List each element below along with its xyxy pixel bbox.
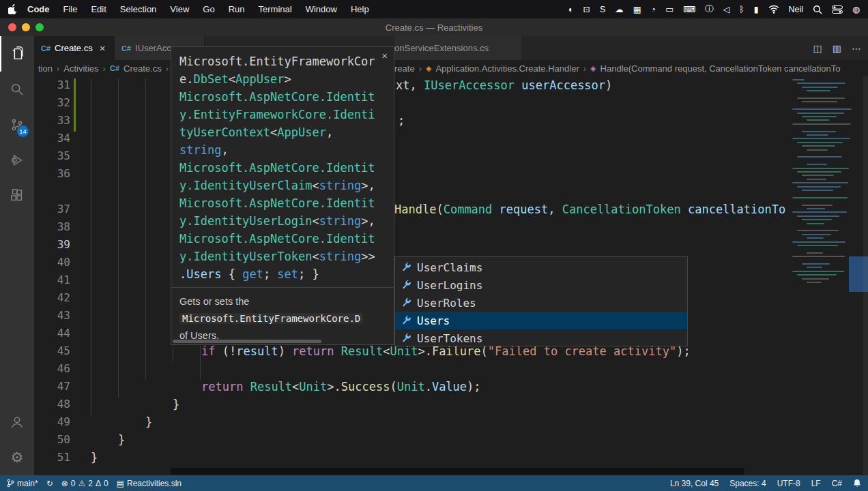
breadcrumb-segment[interactable]: Activities bbox=[63, 63, 98, 74]
display-icon[interactable]: ▭ bbox=[665, 4, 674, 14]
code-line-49[interactable]: } bbox=[145, 415, 152, 433]
minimap-line bbox=[807, 237, 824, 239]
apple-icon[interactable] bbox=[8, 4, 17, 14]
run-debug-icon[interactable] bbox=[0, 143, 34, 178]
minimap-line bbox=[807, 252, 823, 254]
branch-name: main* bbox=[17, 479, 38, 488]
solution-status[interactable]: ▤ Reactivities.sln bbox=[117, 479, 182, 488]
branch-status[interactable]: main* bbox=[7, 479, 38, 488]
breadcrumb-segment[interactable]: tion bbox=[38, 63, 53, 74]
battery-icon[interactable]: ▮ bbox=[754, 4, 759, 14]
sync-button[interactable]: ↻ bbox=[46, 479, 53, 488]
indentation[interactable]: Spaces: 4 bbox=[729, 479, 766, 488]
tab-bar: C# Create.cs × C# IUserAcc onServiceExte… bbox=[34, 36, 868, 60]
menu-run[interactable]: Run bbox=[222, 4, 251, 14]
warning-count: 2 bbox=[88, 479, 93, 488]
zoom-window-button[interactable] bbox=[35, 23, 44, 31]
tab-create-cs[interactable]: C# Create.cs × bbox=[34, 36, 115, 60]
appearance-icon[interactable]: ◐ bbox=[568, 5, 574, 14]
menu-selection[interactable]: Selection bbox=[114, 4, 162, 14]
keyboard-icon[interactable]: ⌨ bbox=[683, 4, 695, 14]
minimap-line bbox=[802, 263, 830, 265]
minimap-line bbox=[802, 101, 837, 102]
class-symbol-icon: ◈ bbox=[426, 64, 431, 73]
breadcrumb-segment[interactable]: reate bbox=[394, 63, 415, 74]
property-icon bbox=[401, 297, 411, 308]
editor-layout-icon[interactable]: ▥ bbox=[833, 43, 841, 54]
minimap-line bbox=[807, 179, 826, 180]
menu-file[interactable]: File bbox=[57, 4, 84, 14]
breadcrumb-segment[interactable]: Handle(Command request, CancellationToke… bbox=[601, 63, 841, 74]
horizontal-scrollbar[interactable] bbox=[171, 468, 744, 475]
bell-icon[interactable] bbox=[853, 479, 861, 488]
suggestion-userlogins[interactable]: UserLogins bbox=[395, 276, 687, 294]
code-line-51[interactable]: } bbox=[91, 451, 98, 468]
menu-go[interactable]: Go bbox=[197, 4, 220, 14]
code-line-37[interactable]: Handle(Command request, CancellationToke… bbox=[394, 203, 785, 220]
control-center-icon[interactable] bbox=[832, 5, 843, 14]
minimap-line bbox=[792, 256, 845, 257]
bluetooth-icon[interactable]: ᛒ bbox=[739, 5, 744, 14]
minimap-line bbox=[797, 142, 843, 143]
screen: CodeFileEditSelectionViewGoRunTerminalWi… bbox=[0, 0, 868, 491]
close-icon[interactable]: × bbox=[381, 50, 388, 61]
search-icon[interactable] bbox=[0, 72, 34, 107]
source-control-icon[interactable]: 14 bbox=[0, 107, 34, 143]
vertical-scrollbar[interactable] bbox=[863, 76, 868, 475]
grid-icon[interactable]: ▦ bbox=[633, 4, 641, 14]
menu-window[interactable]: Window bbox=[300, 4, 343, 14]
popup-code-line: e.DbSet<AppUser> bbox=[179, 70, 386, 88]
minimap-line bbox=[792, 182, 848, 183]
vscode-title-bar[interactable]: Create.cs — Reactivities bbox=[0, 18, 868, 36]
popup-scrollbar[interactable] bbox=[173, 340, 321, 343]
suggestion-userroles[interactable]: UserRoles bbox=[395, 294, 687, 312]
chevron-right-icon: › bbox=[583, 63, 586, 74]
suggestion-users[interactable]: Users bbox=[395, 312, 687, 329]
menu-terminal[interactable]: Terminal bbox=[252, 4, 298, 14]
property-icon bbox=[401, 315, 411, 326]
problems-status[interactable]: ⊗ 0 ⚠ 2 Δ 0 bbox=[61, 479, 108, 488]
code-line-47[interactable]: return Result<Unit>.Success(Unit.Value); bbox=[201, 380, 481, 398]
notifications-icon[interactable]: ◔ bbox=[651, 5, 656, 14]
suggestion-usertokens[interactable]: UserTokens bbox=[395, 329, 687, 347]
minimap-line bbox=[802, 190, 833, 191]
menu-edit[interactable]: Edit bbox=[85, 4, 112, 14]
cursor-position[interactable]: Ln 39, Col 45 bbox=[670, 479, 719, 488]
siri-icon[interactable]: ◍ bbox=[852, 4, 860, 14]
split-editor-icon[interactable]: ◫ bbox=[813, 43, 822, 54]
minimize-window-button[interactable] bbox=[22, 23, 30, 31]
menu-code[interactable]: Code bbox=[21, 4, 56, 14]
account-icon[interactable] bbox=[0, 404, 34, 440]
code-line-33[interactable]: ; bbox=[398, 114, 405, 132]
code-line-50[interactable]: } bbox=[118, 433, 125, 451]
encoding[interactable]: UTF-8 bbox=[777, 479, 800, 488]
breadcrumb-segment[interactable]: Application.Activities.Create.Handler bbox=[435, 63, 579, 74]
code-line-48[interactable]: } bbox=[173, 398, 179, 415]
settings-gear-icon[interactable]: ⚙ bbox=[0, 440, 34, 475]
suggestion-userclaims[interactable]: UserClaims bbox=[395, 258, 687, 276]
popup-code-line: y.IdentityUserLogin<string>, bbox=[179, 212, 386, 230]
close-icon[interactable]: × bbox=[100, 42, 106, 54]
menu-user-name[interactable]: Neil bbox=[789, 5, 804, 14]
breadcrumb-segment[interactable]: Create.cs bbox=[124, 63, 162, 74]
volume-icon[interactable]: ◁ bbox=[723, 4, 730, 14]
wifi-icon[interactable] bbox=[768, 5, 779, 14]
menu-help[interactable]: Help bbox=[345, 4, 375, 14]
code-line-31[interactable]: xt, IUserAccessor userAccessor) bbox=[396, 78, 612, 96]
camera-icon[interactable]: ⊡ bbox=[583, 4, 590, 14]
minimap-line bbox=[792, 108, 852, 110]
menu-view[interactable]: View bbox=[164, 4, 195, 14]
extensions-icon[interactable] bbox=[0, 178, 34, 213]
suggestion-label: UserRoles bbox=[417, 297, 476, 310]
info-icon[interactable]: ⓘ bbox=[705, 3, 714, 15]
shortcuts-icon[interactable]: S bbox=[600, 5, 605, 14]
explorer-icon[interactable] bbox=[0, 36, 34, 72]
language-mode[interactable]: C# bbox=[832, 479, 842, 488]
close-window-button[interactable] bbox=[8, 23, 16, 31]
tab-service-extensions[interactable]: onServiceExtensions.cs bbox=[394, 36, 521, 60]
more-actions-icon[interactable]: ⋯ bbox=[852, 43, 861, 54]
cloud-icon[interactable]: ☁ bbox=[615, 4, 624, 14]
eol[interactable]: LF bbox=[811, 479, 821, 488]
window-title: Create.cs — Reactivities bbox=[386, 23, 482, 33]
search-icon[interactable] bbox=[813, 5, 822, 14]
